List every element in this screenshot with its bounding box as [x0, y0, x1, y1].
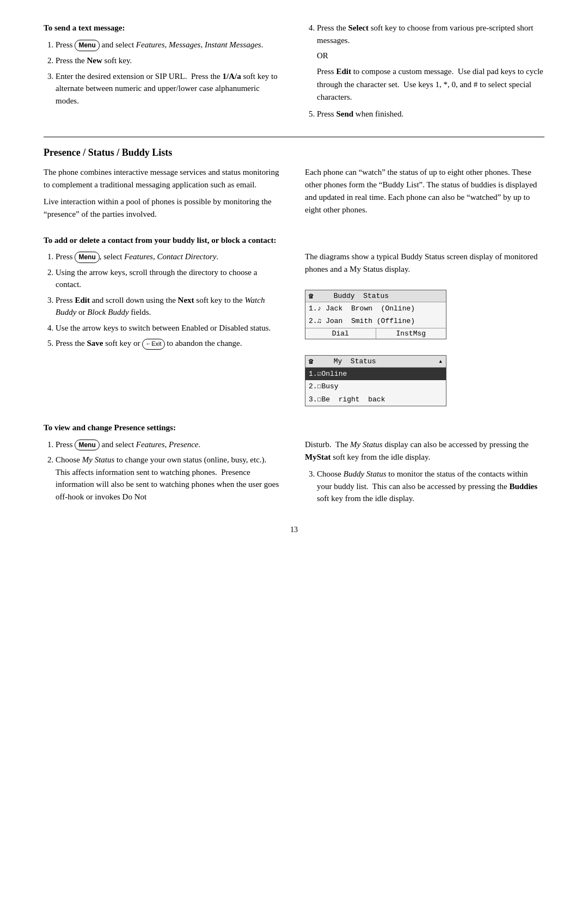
edit-bold-2: Edit — [75, 296, 90, 304]
1aa-bold: 1/A/a — [222, 72, 241, 81]
my-status-italic-2: My Status — [350, 440, 383, 449]
presence-intro: The phone combines interactive message s… — [44, 166, 544, 225]
step-5: Press Send when finished. — [317, 108, 544, 120]
buddy-screen-footer: Dial InstMsg — [305, 328, 446, 339]
my-status-header: ☎ My Status ▴ — [305, 356, 446, 368]
send-text-right: Press the Select soft key to choose from… — [305, 22, 544, 125]
view-presence-right: Disturb. The My Status display can also … — [305, 438, 544, 509]
edit-para: Press Edit to compose a custom message. … — [317, 65, 544, 103]
send-bold: Send — [336, 109, 353, 118]
add-delete-left: Press Menu, select Features, Contact Dir… — [44, 251, 283, 413]
instmsg-btn: InstMsg — [376, 328, 446, 339]
view-presence-steps: Press Menu and select Features, Presence… — [44, 438, 283, 503]
new-bold: New — [87, 56, 102, 65]
step-1: Press Menu and select Features, Messages… — [56, 39, 283, 51]
buddy-screen-title: Buddy Status — [316, 292, 389, 300]
arrow-icon: ▴ — [438, 357, 443, 365]
add-step-4: Use the arrow keys to switch between Ena… — [56, 322, 283, 334]
divider — [44, 137, 544, 137]
add-delete-right: The diagrams show a typical Buddy Status… — [305, 251, 544, 413]
disturb-para: Disturb. The My Status display can also … — [305, 438, 544, 464]
buddy-screen-header: ☎ Buddy Status — [305, 290, 446, 302]
menu-btn-3: Menu — [75, 440, 99, 451]
step1-italic: Features, Messages, Instant Messages — [136, 40, 261, 49]
page-number: 13 — [44, 526, 544, 534]
add-delete-section: Press Menu, select Features, Contact Dir… — [44, 251, 544, 413]
select-bold: Select — [348, 23, 369, 32]
step-4: Press the Select soft key to choose from… — [317, 22, 544, 103]
menu-btn-2: Menu — [75, 252, 99, 263]
menu-button-icon: Menu — [75, 40, 99, 51]
add-delete-heading: To add or delete a contact from your bud… — [44, 234, 544, 247]
phone-icon: ☎ — [309, 291, 313, 301]
view-presence-steps-right: Choose Buddy Status to monitor the statu… — [305, 468, 544, 505]
add-step-3: Press Edit and scroll down using the Nex… — [56, 294, 283, 319]
next-bold: Next — [178, 296, 194, 304]
presence-heading: Presence / Status / Buddy Lists — [44, 147, 544, 158]
send-text-left: To send a text message: Press Menu and s… — [44, 22, 283, 125]
my-status-row-3: 3.☐Be right back — [305, 393, 446, 406]
block-italic: Block Buddy — [87, 308, 128, 316]
edit-bold: Edit — [336, 67, 351, 76]
my-status-title: My Status — [316, 357, 376, 365]
buddies-bold: Buddies — [509, 482, 537, 491]
my-status-row-2: 2.☐Busy — [305, 380, 446, 393]
view-presence-heading: To view and change Presence settings: — [44, 422, 544, 434]
presence-section: Presence / Status / Buddy Lists The phon… — [44, 147, 544, 509]
buddy-status-screen: ☎ Buddy Status 1.♪ Jack Brown (Online) 2… — [305, 290, 446, 339]
intro-right-text: Each phone can “watch” the status of up … — [305, 166, 544, 217]
add-delete-steps: Press Menu, select Features, Contact Dir… — [44, 251, 283, 350]
my-status-row-1: 1.☑Online — [305, 368, 446, 381]
presence-step-1: Press Menu and select Features, Presence… — [56, 438, 283, 451]
view-presence-left: Press Menu and select Features, Presence… — [44, 438, 283, 509]
send-text-steps-left: Press Menu and select Features, Messages… — [44, 39, 283, 107]
intro-left-1: The phone combines interactive message s… — [44, 166, 283, 192]
presence-intro-left: The phone combines interactive message s… — [44, 166, 283, 225]
buddy-status-desc: The diagrams show a typical Buddy Status… — [305, 251, 544, 276]
buddy-row-2: 2.♫ Joan Smith (Offline) — [305, 315, 446, 328]
step-2: Press the New soft key. — [56, 54, 283, 67]
phone-icon-2: ☎ — [309, 357, 313, 366]
presence-intro-right: Each phone can “watch” the status of up … — [305, 166, 544, 225]
intro-left-2: Live interaction within a pool of phones… — [44, 196, 283, 221]
presence-step-3: Choose Buddy Status to monitor the statu… — [317, 468, 544, 505]
add-step-2: Using the arrow keys, scroll through the… — [56, 266, 283, 291]
add-step-1: Press Menu, select Features, Contact Dir… — [56, 251, 283, 263]
features-presence-italic: Features, Presence — [136, 440, 199, 449]
send-text-steps-right: Press the Select soft key to choose from… — [305, 22, 544, 120]
buddy-status-italic: Buddy Status — [344, 469, 387, 478]
exit-btn: ←Exit — [142, 339, 164, 349]
send-text-heading: To send a text message: — [44, 22, 283, 34]
add-step-5: Press the Save soft key or ←Exit to aban… — [56, 337, 283, 350]
view-presence-section: Press Menu and select Features, Presence… — [44, 438, 544, 509]
mystat-bold: MyStat — [305, 453, 331, 461]
my-status-italic: My Status — [82, 455, 115, 464]
presence-step-2: Choose My Status to change your own stat… — [56, 454, 283, 503]
buddy-row-1: 1.♪ Jack Brown (Online) — [305, 302, 446, 315]
send-text-section: To send a text message: Press Menu and s… — [44, 22, 544, 125]
my-status-screen: ☎ My Status ▴ 1.☑Online 2.☐Busy 3.☐Be ri… — [305, 355, 446, 407]
dial-btn: Dial — [305, 328, 376, 339]
or-line: OR — [317, 50, 544, 62]
contact-dir-italic: Features, Contact Directory — [124, 252, 216, 261]
step-3: Enter the desired extension or SIP URL. … — [56, 70, 283, 107]
save-bold: Save — [87, 339, 103, 347]
